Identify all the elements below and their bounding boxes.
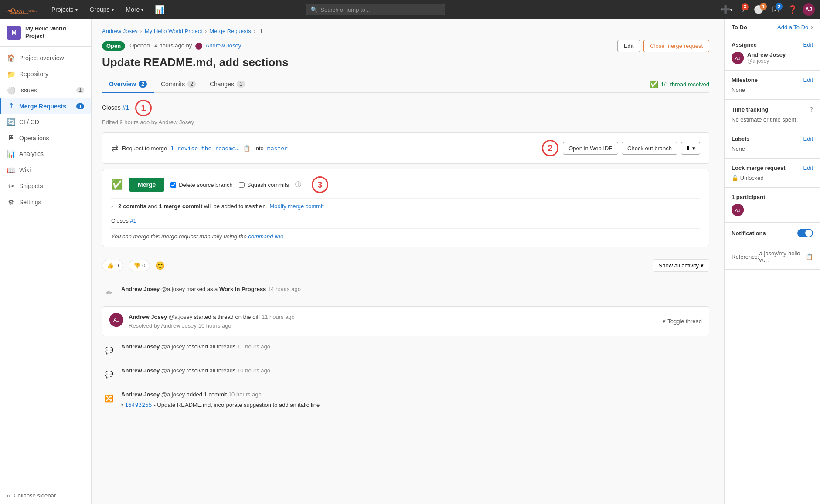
sidebar-item-settings[interactable]: ⚙ Settings: [0, 194, 91, 210]
merge-requests-icon[interactable]: ⤴ 3: [738, 3, 749, 16]
sidebar-item-merge-requests[interactable]: ⤴ Merge Requests 1: [0, 98, 91, 114]
projects-menu[interactable]: Projects ▾: [47, 3, 82, 16]
sidebar-item-snippets[interactable]: ✂ Snippets: [0, 178, 91, 194]
todos-icon[interactable]: ☑ 2: [769, 3, 783, 16]
merge-row: ✅ Merge Delete source branch Squash comm…: [111, 176, 700, 193]
search-box[interactable]: 🔍: [306, 4, 445, 15]
breadcrumb-merge-requests[interactable]: Merge Requests: [209, 28, 251, 34]
more-menu[interactable]: More ▾: [122, 3, 148, 16]
add-todo-button[interactable]: Add a To Do: [777, 24, 808, 30]
close-merge-request-button[interactable]: Close merge request: [643, 40, 709, 52]
squash-commits-checkbox[interactable]: Squash commits: [239, 182, 289, 188]
breadcrumb-sep-3: ›: [254, 28, 255, 34]
plus-menu-button[interactable]: ➕ ▾: [717, 3, 736, 16]
sidebar-item-wiki[interactable]: 📖 Wiki: [0, 162, 91, 178]
add-reaction-button[interactable]: 😊: [155, 261, 165, 271]
svg-point-8: [195, 43, 202, 50]
copy-branch-icon[interactable]: 📋: [243, 145, 250, 152]
check-out-branch-button[interactable]: Check out branch: [622, 142, 677, 155]
sidebar-item-issues[interactable]: ⚪ Issues 1: [0, 82, 91, 98]
toggle-thread-chevron-icon: ▾: [663, 318, 666, 325]
thumbs-down-icon: 👎: [133, 262, 140, 269]
toggle-thread-button[interactable]: ▾ Toggle thread: [663, 318, 702, 325]
lock-edit-button[interactable]: Edit: [803, 165, 813, 171]
thread-activity-text: Andrew Josey @a.josey started a thread o…: [129, 313, 295, 330]
participants-section: 1 participant AJ: [725, 188, 820, 223]
sidebar-item-label: Repository: [19, 71, 48, 78]
assignee-row: AJ Andrew Josey @a.josey: [732, 51, 813, 64]
sidebar-item-ci-cd[interactable]: 🔄 CI / CD: [0, 114, 91, 130]
show-all-activity-button[interactable]: Show all activity ▾: [653, 259, 709, 272]
search-input[interactable]: [320, 7, 440, 13]
mr-author-link[interactable]: Andrew Josey: [206, 42, 242, 49]
sidebar-item-repository[interactable]: 📁 Repository: [0, 66, 91, 82]
activity-item-4: 💬 Andrew Josey @a.josey resolved all thr…: [102, 362, 709, 386]
commit-hash-link[interactable]: 16493255: [125, 402, 152, 408]
mr-header-actions: Edit Close merge request: [617, 40, 709, 52]
groups-menu[interactable]: Groups ▾: [85, 3, 118, 16]
participant-avatar: AJ: [732, 204, 744, 216]
notifications-section: Notifications: [725, 223, 820, 244]
help-button[interactable]: ❓: [784, 3, 801, 16]
time-tracking-help-icon[interactable]: ?: [810, 106, 813, 113]
milestone-edit-button[interactable]: Edit: [803, 77, 813, 83]
source-branch-link[interactable]: 1-revise-the-readme…: [170, 145, 239, 152]
closes-ref-link[interactable]: #1: [122, 104, 129, 111]
breadcrumb-author[interactable]: Andrew Josey: [102, 28, 138, 34]
operations-icon: 🖥: [7, 134, 15, 142]
delete-source-branch-input[interactable]: [170, 182, 176, 188]
breadcrumb-project[interactable]: My Hello World Project: [145, 28, 202, 34]
squash-help-icon[interactable]: ⓘ: [295, 181, 301, 189]
activity-bar-icon[interactable]: 📊: [151, 3, 168, 16]
issues-icon[interactable]: ⚪ 1: [750, 3, 767, 16]
merge-icon: ⇄: [111, 143, 119, 153]
todo-arrow-icon[interactable]: ›: [811, 24, 813, 30]
download-button[interactable]: ⬇ ▾: [681, 142, 700, 155]
merge-button[interactable]: Merge: [129, 178, 164, 192]
tab-overview[interactable]: Overview 2: [102, 76, 154, 93]
app-logo[interactable]: THE Open Group: [5, 3, 40, 16]
content-area: Andrew Josey › My Hello World Project › …: [102, 28, 709, 413]
notifications-toggle[interactable]: [797, 229, 813, 237]
tab-commits-count: 2: [187, 81, 196, 88]
thumbs-down-reaction[interactable]: 👎 0: [129, 260, 150, 271]
time-tracking-section: Time tracking ? No estimate or time spen…: [725, 100, 820, 129]
sidebar-item-operations[interactable]: 🖥 Operations: [0, 130, 91, 146]
commits-toggle-icon[interactable]: ›: [111, 203, 113, 210]
command-line-link[interactable]: command line: [248, 233, 283, 240]
assignee-section: Assignee Edit AJ Andrew Josey @a.josey: [725, 35, 820, 71]
delete-source-branch-checkbox[interactable]: Delete source branch: [170, 182, 233, 188]
settings-icon: ⚙: [7, 198, 15, 206]
closes-hash-link[interactable]: #1: [130, 217, 136, 224]
assignee-edit-button[interactable]: Edit: [803, 41, 813, 48]
breadcrumb: Andrew Josey › My Hello World Project › …: [102, 28, 709, 34]
lock-title: Lock merge request: [732, 165, 786, 171]
target-branch-link[interactable]: master: [267, 145, 288, 152]
thread-resolved-check-icon: ✅: [650, 80, 658, 88]
more-chevron-icon: ▾: [141, 7, 143, 12]
milestone-section: Milestone Edit None: [725, 71, 820, 100]
activity-text-4: Andrew Josey @a.josey resolved all threa…: [121, 366, 270, 375]
user-avatar[interactable]: AJ: [803, 3, 815, 16]
open-in-web-ide-button[interactable]: Open in Web IDE: [563, 142, 618, 155]
sidebar-item-analytics[interactable]: 📊 Analytics: [0, 146, 91, 162]
show-all-activity-label: Show all activity: [659, 262, 699, 269]
squash-commits-input[interactable]: [239, 182, 245, 188]
thumbs-up-reaction[interactable]: 👍 0: [102, 260, 123, 271]
sidebar-project[interactable]: M My Hello World Project: [0, 19, 91, 47]
svg-text:AJ: AJ: [735, 56, 741, 61]
participants-title: 1 participant: [732, 194, 765, 200]
modify-merge-commit-link[interactable]: Modify merge commit: [269, 203, 323, 210]
activity-item-1: ✏ Andrew Josey @a.josey marked as a Work…: [102, 281, 709, 304]
labels-edit-button[interactable]: Edit: [803, 135, 813, 142]
edit-button[interactable]: Edit: [617, 40, 640, 52]
tab-commits[interactable]: Commits 2: [154, 76, 203, 93]
collapse-sidebar-button[interactable]: « Collapse sidebar: [0, 487, 91, 504]
svg-text:Group: Group: [28, 9, 37, 13]
copy-reference-icon[interactable]: 📋: [806, 253, 813, 260]
commit-icon: 🔀: [102, 391, 116, 405]
sidebar-item-project-overview[interactable]: 🏠 Project overview: [0, 50, 91, 66]
tab-overview-count: 2: [139, 81, 147, 88]
activity-item-5: 🔀 Andrew Josey @a.josey added 1 commit 1…: [102, 386, 709, 413]
tab-changes[interactable]: Changes 1: [203, 76, 252, 93]
